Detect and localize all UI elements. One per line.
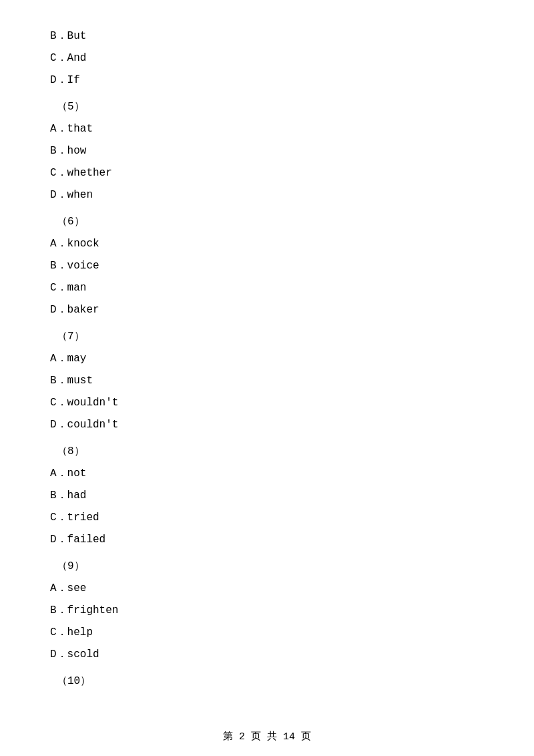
option-b-but: B．But	[50, 27, 484, 46]
page-number: 第 2 页 共 14 页	[223, 731, 311, 743]
section-10-label: （10）	[50, 672, 484, 691]
option-7b: B．must	[50, 371, 484, 391]
option-d-if: D．If	[50, 71, 484, 90]
option-5c: C．whether	[50, 164, 484, 183]
option-7d: D．couldn't	[50, 415, 484, 435]
option-8b: B．had	[50, 486, 484, 506]
option-6c: C．man	[50, 278, 484, 298]
option-9b: B．frighten	[50, 601, 484, 620]
section-9-label: （9）	[50, 557, 484, 576]
option-8d: D．failed	[50, 530, 484, 550]
option-7a: A．may	[50, 349, 484, 369]
option-6b: B．voice	[50, 256, 484, 276]
section-7-label: （7）	[50, 327, 484, 347]
option-9d: D．scold	[50, 645, 484, 665]
option-6a: A．knock	[50, 234, 484, 254]
option-9c: C．help	[50, 623, 484, 642]
section-8-label: （8）	[50, 442, 484, 461]
section-6-label: （6）	[50, 212, 484, 232]
option-5a: A．that	[50, 120, 484, 139]
option-c-and: C．And	[50, 49, 484, 68]
option-8a: A．not	[50, 464, 484, 484]
option-8c: C．tried	[50, 508, 484, 528]
option-7c: C．wouldn't	[50, 393, 484, 413]
page-footer: 第 2 页 共 14 页	[0, 730, 534, 743]
option-5b: B．how	[50, 142, 484, 161]
main-content: B．But C．And D．If （5） A．that B．how C．whet…	[0, 0, 534, 734]
option-6d: D．baker	[50, 301, 484, 320]
section-5-label: （5）	[50, 98, 484, 117]
option-5d: D．when	[50, 186, 484, 205]
option-9a: A．see	[50, 579, 484, 598]
